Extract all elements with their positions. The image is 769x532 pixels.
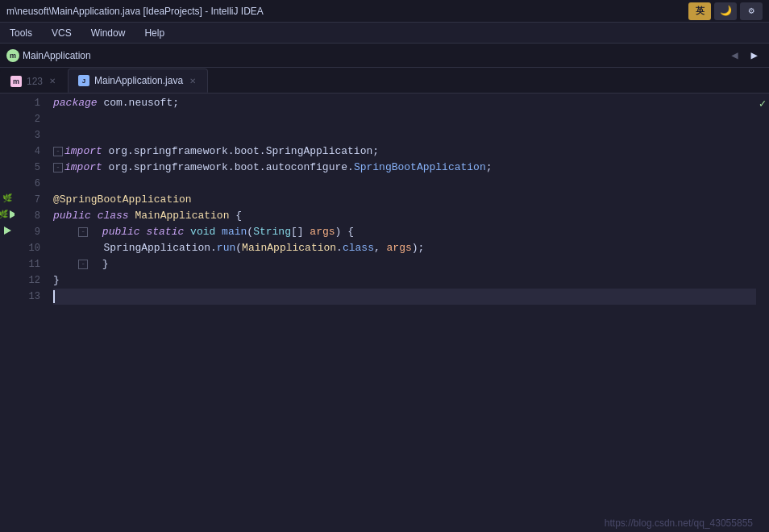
line-num-13: 13 [15,289,40,305]
line-num-2: 2 [15,111,40,127]
line-num-3: 3 [15,127,40,143]
import-highlight-5: SpringBootApplication [354,160,486,176]
gutter-13 [0,287,15,303]
gutter-2 [0,110,15,126]
keyword-public-8: public [53,208,91,224]
line-num-10: 10 [15,240,40,256]
menu-tools[interactable]: Tools [6,26,35,40]
menu-window[interactable]: Window [88,26,129,40]
gutter-11 [0,255,15,271]
line-num-6: 6 [15,176,40,192]
code-line-11: - } [53,256,756,272]
menu-bar: Tools VCS Window Help [0,23,769,44]
project-icon: m [6,49,19,62]
line-num-11: 11 [15,256,40,272]
breadcrumb: m MainApplication [6,49,91,62]
watermark: https://blog.csdn.net/qq_43055855 [605,517,753,529]
line-num-4: 4 [15,143,40,160]
tab-bar: m 123 ✕ J MainApplication.java ✕ [0,68,769,94]
code-line-6 [53,176,756,192]
tab-java[interactable]: J MainApplication.java ✕ [68,69,208,93]
tab-m[interactable]: m 123 ✕ [0,69,68,93]
settings-icon[interactable]: ⚙ [740,2,763,20]
keyword-class: class [98,208,129,224]
springapp-call: SpringApplication. [103,240,216,256]
fold-icon-4[interactable]: - [53,147,63,156]
gutter-1 [0,94,15,110]
keyword-import-4: import [64,143,102,160]
gutter-8[interactable]: 🌿 [0,206,15,222]
line-numbers: 1 2 3 4 5 6 7 8 9 10 11 12 13 [15,94,47,532]
code-line-10: SpringApplication. run ( MainApplication… [53,240,756,256]
tab-m-close[interactable]: ✕ [48,75,57,87]
line-num-12: 12 [15,272,40,289]
menu-vcs[interactable]: VCS [48,26,75,40]
gutter-9[interactable] [0,222,15,239]
gutter-3 [0,126,15,142]
run-button-main[interactable] [4,227,11,235]
tab-m-icon: m [10,76,22,87]
gutter-6 [0,174,15,190]
tab-java-label: MainApplication.java [94,75,183,86]
package-path: com.neusoft; [98,95,179,111]
keyword-static: static [146,224,184,240]
code-line-13[interactable] [53,289,756,305]
spring-icon-2: 🌿 [0,210,8,219]
menu-help[interactable]: Help [141,26,168,40]
code-line-8: public class MainApplication { [53,208,756,224]
theme-icon[interactable]: 🌙 [714,2,737,20]
gutter-7: 🌿 [0,190,15,206]
gutter-10 [0,239,15,255]
keyword-class-ref: class [343,240,374,256]
title-text: m\neusoft\MainApplication.java [IdeaProj… [6,6,264,17]
fold-icon-5[interactable]: - [53,163,63,172]
keyword-void: void [190,224,215,240]
nav-bar: m MainApplication ◀ ▶ [0,44,769,68]
call-args: args [387,240,412,256]
code-area[interactable]: package com.neusoft; - import org.spring… [47,94,756,532]
class-name: MainApplication [135,208,229,224]
code-line-2 [53,111,756,127]
code-line-7: @SpringBootApplication [53,192,756,208]
import-path-4: org.springframework.boot.SpringApplicati… [102,143,379,160]
no-errors-indicator: ✓ [759,97,766,110]
fold-icon-9[interactable]: - [78,227,88,237]
editor: 🌿 🌿 1 2 3 4 5 6 7 8 9 10 11 12 13 packag… [0,94,769,532]
right-edge: ✓ [756,94,769,532]
code-line-1: package com.neusoft; [53,95,756,111]
nav-back[interactable]: ◀ [726,47,742,64]
nav-arrows: ◀ ▶ [726,47,763,64]
call-class-mainapp: MainApplication [242,240,336,256]
tab-java-icon: J [78,75,89,86]
code-line-3 [53,127,756,143]
line-num-7: 7 [15,192,40,208]
ime-icon[interactable]: 英 [688,2,711,20]
line-num-8: 8 [15,208,40,224]
cursor [53,290,61,303]
breadcrumb-label: MainApplication [23,50,91,61]
fold-icon-11[interactable]: - [78,260,88,269]
gutter-12 [0,271,15,287]
gutter-icons: 🌿 🌿 [0,94,15,532]
keyword-public-9: public [102,224,140,240]
nav-forward[interactable]: ▶ [746,47,763,64]
gutter-4 [0,142,15,158]
code-line-9: - public static void main ( String [] ar… [53,224,756,240]
method-run: run [217,240,235,256]
type-string: String [253,224,291,240]
keyword-package: package [53,95,98,111]
line-num-9: 9 [15,224,40,240]
import-path-5: org.springframework.boot.autoconfigure. [102,160,354,176]
tab-m-label: 123 [27,76,43,87]
title-bar: m\neusoft\MainApplication.java [IdeaProj… [0,0,769,23]
line-num-5: 5 [15,160,40,176]
tab-java-close[interactable]: ✕ [188,75,197,87]
code-line-12: } [53,272,756,289]
keyword-import-5: import [64,160,102,176]
code-line-4: - import org.springframework.boot.Spring… [53,143,756,160]
param-args: args [310,224,335,240]
gutter-5 [0,158,15,174]
title-controls: 英 🌙 ⚙ [688,2,763,20]
method-main: main [222,224,247,240]
spring-icon: 🌿 [2,193,12,203]
